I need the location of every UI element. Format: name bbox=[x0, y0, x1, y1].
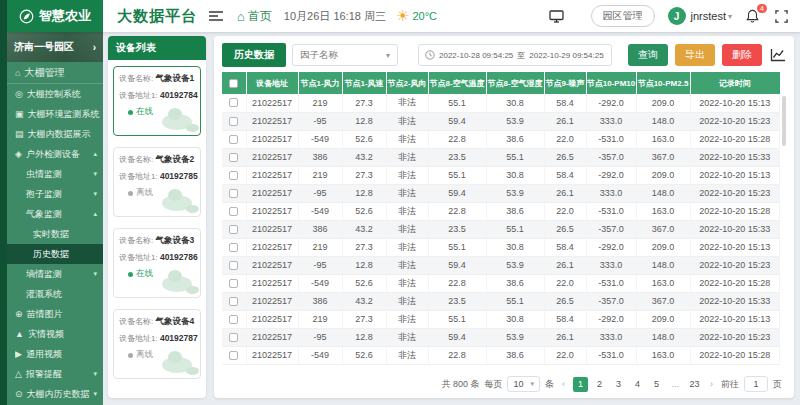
table-cell: 2022-10-20 15:23 bbox=[690, 112, 780, 130]
per-page-label: 每页 bbox=[484, 378, 502, 391]
collapse-menu-icon[interactable] bbox=[209, 10, 223, 22]
sidebar-item-3[interactable]: ▤大棚内数据展示 bbox=[7, 124, 103, 144]
device-name-row: 设备名称: 气象设备2 bbox=[119, 154, 195, 166]
table-scrollbar[interactable] bbox=[782, 96, 786, 146]
table-cell: 38.6 bbox=[486, 202, 544, 220]
device-address-label: 设备地址1: bbox=[119, 172, 160, 181]
device-card[interactable]: 设备名称: 气象设备2设备地址1: 40192785离线 bbox=[113, 147, 201, 217]
row-checkbox[interactable] bbox=[229, 279, 238, 288]
factor-select-value: 因子名称 bbox=[300, 49, 338, 62]
sidebar-item-7[interactable]: 气象监测▴ bbox=[7, 204, 103, 224]
column-header: 节点2-风向 bbox=[386, 72, 428, 94]
table-cell: 52.6 bbox=[342, 130, 386, 148]
table-cell: 非法 bbox=[386, 292, 428, 310]
page-button[interactable]: 23 bbox=[687, 377, 702, 392]
table-cell: -549 bbox=[298, 202, 342, 220]
row-checkbox[interactable] bbox=[229, 153, 238, 162]
page-button[interactable]: 4 bbox=[630, 377, 645, 392]
row-checkbox[interactable] bbox=[229, 135, 238, 144]
sidebar-item-0[interactable]: ⌂大棚管理 bbox=[7, 62, 103, 84]
table-cell: 367.0 bbox=[636, 220, 690, 238]
row-checkbox[interactable] bbox=[229, 117, 238, 126]
sidebar-item-11[interactable]: 灌溉系统 bbox=[7, 284, 103, 304]
monitor-screen-icon[interactable] bbox=[549, 10, 564, 23]
sidebar-item-9[interactable]: 历史数据 bbox=[7, 244, 103, 264]
page-size-value: 10 bbox=[513, 379, 523, 389]
device-card[interactable]: 设备名称: 气象设备3设备地址1: 40192786在线 bbox=[113, 228, 201, 298]
table-cell: 22.0 bbox=[544, 346, 586, 364]
device-name: 气象设备2 bbox=[155, 154, 194, 164]
sidebar-item-14[interactable]: ▶通用视频 bbox=[7, 344, 103, 364]
pagination: 共 800 条 每页 10 ▾ 条 ‹ 12345...23 › 前往 页 bbox=[222, 372, 786, 396]
prev-page-icon[interactable]: ‹ bbox=[559, 379, 568, 389]
sidebar: 济南一号园区 › ⌂大棚管理◎大棚控制系统▣大棚环境监测系统▤大棚内数据展示◈户… bbox=[7, 32, 103, 405]
delete-button[interactable]: 删除 bbox=[722, 44, 762, 66]
page-button[interactable]: 3 bbox=[611, 377, 626, 392]
sidebar-item-2[interactable]: ▣大棚环境监测系统 bbox=[7, 104, 103, 124]
sidebar-item-6[interactable]: 孢子监测▾ bbox=[7, 184, 103, 204]
home-nav[interactable]: ⌂ 首页 bbox=[237, 8, 272, 25]
table-cell: 21022517 bbox=[246, 112, 298, 130]
page-button[interactable]: 1 bbox=[573, 377, 588, 392]
park-manage-button[interactable]: 园区管理 bbox=[591, 5, 655, 27]
row-checkbox[interactable] bbox=[229, 243, 238, 252]
row-checkbox-cell bbox=[222, 112, 246, 130]
device-card[interactable]: 设备名称: 气象设备1设备地址1: 40192784在线 bbox=[113, 66, 201, 136]
page-button[interactable]: 5 bbox=[649, 377, 664, 392]
cloud-decoration bbox=[186, 367, 199, 375]
row-checkbox[interactable] bbox=[229, 171, 238, 180]
query-button[interactable]: 查询 bbox=[628, 44, 668, 66]
table-cell: 22.8 bbox=[428, 130, 486, 148]
sidebar-item-1[interactable]: ◎大棚控制系统 bbox=[7, 84, 103, 104]
table-cell: 27.3 bbox=[342, 94, 386, 112]
next-page-icon[interactable]: › bbox=[707, 379, 716, 389]
row-checkbox[interactable] bbox=[229, 315, 238, 324]
sidebar-item-4[interactable]: ◈户外检测设备▴ bbox=[7, 144, 103, 164]
chevron-down-icon: ▾ bbox=[93, 270, 97, 278]
sidebar-item-8[interactable]: 实时数据 bbox=[7, 224, 103, 244]
table-cell: 2022-10-20 15:13 bbox=[690, 238, 780, 256]
factor-name-select[interactable]: 因子名称 ▾ bbox=[292, 44, 398, 66]
table-cell: 12.8 bbox=[342, 256, 386, 274]
table-cell: 209.0 bbox=[636, 310, 690, 328]
table-cell: 367.0 bbox=[636, 148, 690, 166]
row-checkbox[interactable] bbox=[229, 297, 238, 306]
table-cell: 58.4 bbox=[544, 310, 586, 328]
device-card[interactable]: 设备名称: 气象设备4设备地址1: 40192787离线 bbox=[113, 309, 201, 379]
page-button[interactable]: 2 bbox=[592, 377, 607, 392]
device-status: 离线 bbox=[119, 349, 195, 361]
select-all-checkbox[interactable] bbox=[229, 79, 238, 88]
table-cell: 53.9 bbox=[486, 112, 544, 130]
app-logo: 智慧农业 bbox=[7, 0, 103, 32]
notification-bell[interactable]: 4 bbox=[746, 9, 759, 23]
row-checkbox[interactable] bbox=[229, 98, 238, 107]
sidebar-item-16[interactable]: ⊙大棚内历史数据▾ bbox=[7, 384, 103, 404]
row-checkbox[interactable] bbox=[229, 351, 238, 360]
row-checkbox[interactable] bbox=[229, 207, 238, 216]
user-avatar[interactable]: J bbox=[668, 7, 686, 25]
cloud-decoration bbox=[186, 286, 199, 294]
row-checkbox[interactable] bbox=[229, 261, 238, 270]
sidebar-item-13[interactable]: ▲灾情视频 bbox=[7, 324, 103, 344]
row-checkbox[interactable] bbox=[229, 189, 238, 198]
date-range-picker[interactable]: 2022-10-28 09:54:25 至 2022-10-29 09:54:2… bbox=[418, 44, 612, 66]
park-selector[interactable]: 济南一号园区 › bbox=[7, 32, 103, 62]
sidebar-item-12[interactable]: ⊕苗情图片 bbox=[7, 304, 103, 324]
export-button[interactable]: 导出 bbox=[675, 44, 715, 66]
sidebar-item-10[interactable]: 墒情监测▾ bbox=[7, 264, 103, 284]
fullscreen-icon[interactable] bbox=[775, 10, 788, 23]
page-size-select[interactable]: 10 ▾ bbox=[507, 376, 540, 392]
row-checkbox[interactable] bbox=[229, 225, 238, 234]
goto-page-input[interactable] bbox=[744, 376, 768, 392]
table-cell: 非法 bbox=[386, 346, 428, 364]
username-text[interactable]: jnrstest bbox=[691, 10, 726, 22]
history-icon: ⊙ bbox=[15, 389, 23, 399]
line-chart-icon[interactable] bbox=[770, 48, 786, 62]
table-cell: 55.1 bbox=[428, 310, 486, 328]
sidebar-item-5[interactable]: 虫情监测▾ bbox=[7, 164, 103, 184]
sidebar-item-15[interactable]: △报警提醒▾ bbox=[7, 364, 103, 384]
table-row: 2102251721927.3非法55.130.858.4-292.0209.0… bbox=[222, 94, 780, 112]
row-checkbox[interactable] bbox=[229, 333, 238, 342]
device-name-row: 设备名称: 气象设备1 bbox=[119, 73, 195, 85]
table-cell: 非法 bbox=[386, 202, 428, 220]
